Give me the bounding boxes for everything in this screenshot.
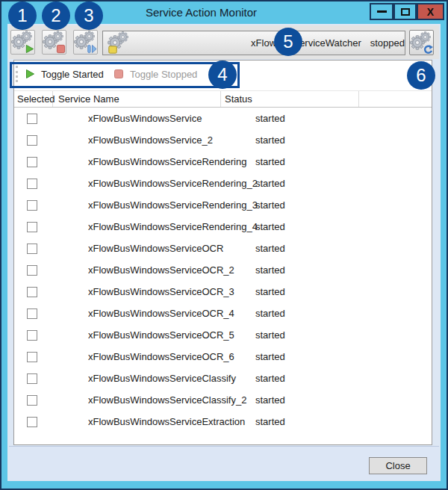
table-row[interactable]: xFlowBusWindowsServiceRendering_4 starte…	[14, 216, 432, 238]
callout-badge-2: 2	[42, 1, 70, 30]
gear-glyph	[21, 31, 32, 42]
service-name-cell: xFlowBusWindowsService_2	[53, 134, 221, 146]
maximize-button[interactable]	[393, 3, 417, 20]
selected-cell	[14, 135, 53, 146]
play-overlay-icon	[25, 44, 34, 54]
table-row[interactable]: xFlowBusWindowsService started	[14, 108, 432, 129]
refresh-services-button[interactable]	[409, 30, 434, 55]
selected-cell	[14, 373, 53, 384]
toggle-stopped-button[interactable]: Toggle Stopped	[109, 63, 202, 84]
pause-play-overlay-icon	[87, 44, 97, 54]
gears-refresh-icon	[410, 31, 433, 55]
gear-glyph	[117, 31, 128, 43]
service-status-cell: started	[221, 199, 359, 211]
stop-icon	[113, 69, 124, 79]
close-button[interactable]: Close	[369, 457, 427, 474]
row-checkbox[interactable]	[27, 244, 37, 254]
row-checkbox[interactable]	[27, 395, 37, 406]
table-row[interactable]: xFlowBusWindowsServiceRendering_2 starte…	[14, 173, 432, 194]
database-overlay-icon	[108, 46, 117, 54]
callout-badge-4: 4	[208, 61, 237, 89]
row-checkbox[interactable]	[27, 352, 37, 362]
service-name-cell: xFlowBusWindowsServiceRendering_4	[53, 221, 221, 232]
column-header-selected[interactable]: Selected	[14, 91, 53, 107]
service-status-cell: started	[221, 243, 359, 254]
selected-cell	[14, 417, 53, 427]
row-checkbox[interactable]	[27, 330, 37, 341]
watcher-service-status: stopped	[370, 37, 405, 49]
stop-overlay-icon	[56, 44, 66, 54]
service-status-cell: started	[221, 351, 359, 362]
table-row[interactable]: xFlowBusWindowsServiceOCR_2 started	[14, 259, 432, 281]
table-row[interactable]: xFlowBusWindowsServiceOCR_5 started	[14, 324, 432, 346]
service-name-cell: xFlowBusWindowsServiceOCR_6	[53, 351, 221, 362]
service-action-monitor-window: Service Action Monitor X	[0, 0, 448, 490]
minimize-icon	[377, 10, 387, 13]
table-row[interactable]: xFlowBusWindowsServiceOCR started	[14, 238, 432, 259]
service-status-cell: started	[221, 329, 359, 341]
pause-resume-services-button[interactable]	[73, 30, 98, 55]
toolbar-grip-handle[interactable]	[16, 66, 18, 82]
service-status-cell: started	[221, 113, 359, 124]
watcher-status-panel: xFlowBusServiceWatcher stopped	[102, 31, 405, 55]
table-body: xFlowBusWindowsService started xFlowBusW…	[14, 108, 432, 432]
table-header-row: Selected Service Name Status	[14, 90, 432, 108]
row-checkbox[interactable]	[27, 308, 37, 319]
service-name-cell: xFlowBusWindowsServiceOCR	[53, 243, 221, 254]
service-name-cell: xFlowBusWindowsServiceOCR_4	[53, 308, 221, 319]
table-row[interactable]: xFlowBusWindowsServiceRendering_3 starte…	[14, 194, 432, 216]
selected-cell	[14, 352, 53, 362]
selected-cell	[14, 395, 53, 406]
callout-badge-6: 6	[407, 61, 435, 90]
service-status-cell: started	[221, 134, 359, 146]
table-row[interactable]: xFlowBusWindowsService_2 started	[14, 129, 432, 151]
service-status-cell: started	[221, 178, 359, 189]
stop-services-button[interactable]	[42, 30, 66, 55]
refresh-overlay-icon	[423, 45, 433, 55]
toggle-started-label: Toggle Started	[41, 69, 104, 80]
toggle-stopped-label: Toggle Stopped	[130, 69, 197, 80]
row-checkbox[interactable]	[27, 287, 37, 297]
table-row[interactable]: xFlowBusWindowsServiceOCR_6 started	[14, 346, 432, 368]
gears-play-icon	[11, 31, 34, 54]
service-name-cell: xFlowBusWindowsServiceRendering_3	[53, 199, 221, 211]
window-close-button[interactable]: X	[417, 3, 444, 20]
selected-cell	[14, 222, 53, 232]
row-checkbox[interactable]	[27, 179, 37, 189]
selected-cell	[14, 330, 53, 341]
row-checkbox[interactable]	[27, 135, 37, 146]
service-status-cell: started	[221, 416, 359, 427]
service-name-cell: xFlowBusWindowsServiceOCR_3	[53, 286, 221, 297]
selected-cell	[14, 114, 53, 124]
service-status-cell: started	[221, 264, 359, 276]
table-row[interactable]: xFlowBusWindowsServiceClassify started	[14, 368, 432, 389]
gears-stop-icon	[43, 31, 66, 54]
row-checkbox[interactable]	[27, 417, 37, 427]
callout-badge-5: 5	[274, 28, 302, 56]
service-name-cell: xFlowBusWindowsServiceExtraction	[53, 416, 221, 427]
start-services-button[interactable]	[10, 30, 35, 55]
column-header-service-name[interactable]: Service Name	[53, 91, 221, 107]
service-status-cell: started	[221, 221, 359, 232]
table-row[interactable]: xFlowBusWindowsServiceOCR_4 started	[14, 303, 432, 324]
row-checkbox[interactable]	[27, 200, 37, 211]
row-checkbox[interactable]	[27, 265, 37, 276]
table-row[interactable]: xFlowBusWindowsServiceExtraction started	[14, 411, 432, 432]
table-row[interactable]: xFlowBusWindowsServiceClassify_2 started	[14, 389, 432, 411]
table-row[interactable]: xFlowBusWindowsServiceOCR_3 started	[14, 281, 432, 303]
minimize-button[interactable]	[370, 3, 393, 20]
toggle-started-button[interactable]: Toggle Started	[20, 63, 108, 84]
row-checkbox[interactable]	[27, 114, 37, 124]
column-header-status[interactable]: Status	[221, 91, 359, 107]
row-checkbox[interactable]	[27, 157, 37, 167]
table-row[interactable]: xFlowBusWindowsServiceRendering started	[14, 151, 432, 173]
service-status-cell: started	[221, 286, 359, 297]
footer-bar: Close	[9, 446, 439, 480]
service-name-cell: xFlowBusWindowsServiceRendering_2	[53, 178, 221, 189]
row-checkbox[interactable]	[27, 373, 37, 384]
service-status-cell: started	[221, 394, 359, 406]
maximize-icon	[401, 8, 410, 16]
gear-glyph	[420, 31, 431, 43]
row-checkbox[interactable]	[27, 222, 37, 232]
column-header-empty	[359, 91, 432, 107]
